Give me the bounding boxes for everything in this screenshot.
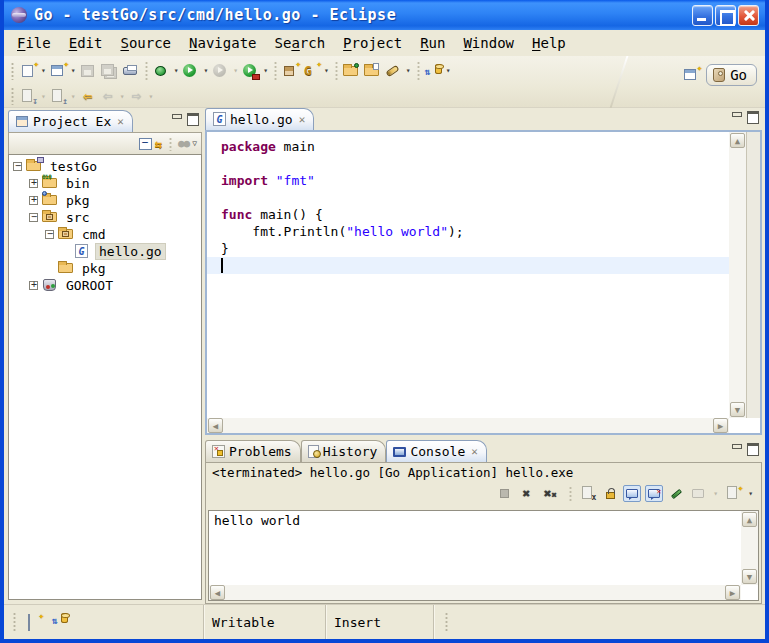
synchronize-button[interactable]: ⇅ (423, 60, 444, 82)
back-button[interactable]: ⇦ (98, 85, 118, 107)
external-tools-dropdown[interactable]: ▾ (261, 66, 270, 75)
expander-icon[interactable] (29, 179, 38, 188)
expander-icon[interactable] (13, 162, 22, 171)
remove-launch-button[interactable]: ✖ (517, 485, 535, 502)
expander-icon[interactable] (29, 213, 38, 222)
scroll-down-icon[interactable]: ▼ (742, 569, 757, 584)
overview-ruler[interactable] (746, 132, 760, 418)
toolbar-drag-handle[interactable] (10, 62, 16, 80)
profile-button[interactable] (210, 60, 231, 82)
tree-item-pkg[interactable]: pkg (9, 192, 201, 209)
save-all-button[interactable] (99, 60, 120, 82)
display-selected-console-button[interactable] (689, 485, 707, 502)
code-editor[interactable]: package main import "fmt" func main() { … (205, 130, 762, 435)
scroll-right-icon[interactable]: ▶ (713, 418, 728, 433)
expander-icon[interactable] (29, 281, 38, 290)
next-annotation-button[interactable]: ↧ (18, 85, 39, 107)
console-horizontal-scrollbar[interactable]: ◀ ▶ (209, 585, 741, 600)
last-edit-location-button[interactable]: ⇦ (78, 85, 98, 107)
fast-view-button[interactable]: ✦ (28, 615, 42, 629)
scroll-down-icon[interactable]: ▼ (730, 402, 745, 417)
run-button[interactable] (180, 60, 201, 82)
collapse-all-icon[interactable] (139, 138, 152, 150)
open-console-button[interactable]: ✦ (724, 485, 742, 502)
close-console-icon[interactable]: ✕ (469, 445, 478, 458)
minimize-console-icon[interactable] (731, 443, 742, 453)
close-editor-icon[interactable]: ✕ (297, 113, 306, 126)
tree-item-src[interactable]: src (9, 209, 201, 226)
terminate-button[interactable] (495, 485, 513, 502)
editor-tab-hello-go[interactable]: G hello.go ✕ (205, 108, 314, 130)
project-explorer-tab[interactable]: Project Ex ✕ (8, 110, 133, 132)
previous-annotation-button[interactable]: ↥ (48, 85, 69, 107)
open-console-dropdown[interactable]: ▾ (746, 489, 755, 498)
menu-navigate[interactable]: Navigate (180, 32, 265, 54)
new-go-element-dropdown[interactable]: ▾ (322, 66, 331, 75)
pin-console-button[interactable] (667, 485, 685, 502)
expander-icon[interactable] (29, 196, 38, 205)
scroll-right-icon[interactable]: ▶ (725, 585, 740, 600)
maximize-view-icon[interactable] (187, 113, 198, 123)
sync-trim-button[interactable]: ⇅ (52, 615, 68, 629)
search-button[interactable] (383, 60, 404, 82)
titlebar[interactable]: Go - testGo/src/cmd/hello.go - Eclipse (4, 0, 765, 30)
menu-edit[interactable]: Edit (60, 32, 112, 54)
code-text[interactable]: package main import "fmt" func main() { … (207, 132, 729, 418)
view-menu-icon[interactable]: ▽ (192, 139, 197, 148)
print-button[interactable] (120, 60, 141, 82)
maximize-console-icon[interactable] (747, 443, 758, 453)
menu-search[interactable]: Search (266, 32, 335, 54)
menu-run[interactable]: Run (411, 32, 454, 54)
remove-all-terminated-button[interactable]: ✖✖ (539, 485, 561, 502)
debug-dropdown[interactable]: ▾ (172, 66, 181, 75)
scroll-up-icon[interactable]: ▲ (742, 512, 757, 527)
expander-icon[interactable] (45, 230, 54, 239)
forward-button[interactable]: ⇨ (126, 85, 146, 107)
tree-item-GOROOT[interactable]: GOROOT (9, 277, 201, 294)
open-resource-button[interactable] (362, 60, 383, 82)
menu-project[interactable]: Project (334, 32, 411, 54)
run-dropdown[interactable]: ▾ (201, 66, 210, 75)
close-button[interactable] (738, 5, 759, 26)
open-perspective-button[interactable]: ✦ (683, 67, 700, 83)
history-tab[interactable]: History (301, 440, 387, 462)
scroll-lock-button[interactable] (601, 485, 619, 502)
tree-item-pkg-src[interactable]: pkg (9, 260, 201, 277)
editor-vertical-scrollbar[interactable]: ▲ ▼ (729, 132, 746, 418)
external-tools-button[interactable] (240, 60, 261, 82)
tree-item-hello-go[interactable]: G hello.go (9, 243, 201, 260)
menu-file[interactable]: File (8, 32, 60, 54)
editor-horizontal-scrollbar[interactable]: ◀ ▶ (207, 418, 729, 433)
tree-item-bin[interactable]: 010 bin (9, 175, 201, 192)
new-go-element-button[interactable]: G✦ (301, 60, 322, 82)
menu-source[interactable]: Source (111, 32, 180, 54)
tree-item-testGo[interactable]: testGo (9, 158, 201, 175)
new-go-file-dropdown[interactable]: ▾ (69, 66, 78, 75)
toolbar-drag-handle[interactable] (10, 87, 16, 105)
minimize-button[interactable] (692, 5, 713, 26)
search-dropdown[interactable]: ▾ (404, 66, 413, 75)
menu-help[interactable]: Help (523, 32, 575, 54)
open-type-button[interactable] (341, 60, 362, 82)
save-button[interactable] (78, 60, 99, 82)
new-wizard-button[interactable]: ✦ (18, 60, 39, 82)
menu-window[interactable]: Window (454, 32, 523, 54)
minimize-editor-icon[interactable] (731, 111, 742, 121)
maximize-editor-icon[interactable] (747, 111, 758, 121)
link-with-editor-icon[interactable]: ⇆ (155, 137, 162, 151)
new-go-project-button[interactable]: ✦ (280, 60, 301, 82)
scroll-up-icon[interactable]: ▲ (730, 133, 745, 148)
focus-on-task-icon[interactable]: ●● (178, 137, 189, 150)
console-tab[interactable]: Console ✕ (386, 440, 486, 462)
show-stderr-button[interactable]: ✕ (645, 485, 663, 502)
console-vertical-scrollbar[interactable]: ▲ ▼ (741, 511, 758, 585)
clear-console-button[interactable]: x (579, 485, 597, 502)
go-perspective-button[interactable]: Go (706, 64, 757, 86)
new-wizard-dropdown[interactable]: ▾ (39, 66, 48, 75)
debug-button[interactable] (151, 60, 172, 82)
console-output[interactable]: hello world (209, 511, 741, 585)
close-view-icon[interactable]: ✕ (115, 115, 124, 128)
scroll-left-icon[interactable]: ◀ (210, 585, 225, 600)
minimize-view-icon[interactable] (171, 113, 182, 123)
problems-tab[interactable]: Problems (205, 440, 301, 462)
